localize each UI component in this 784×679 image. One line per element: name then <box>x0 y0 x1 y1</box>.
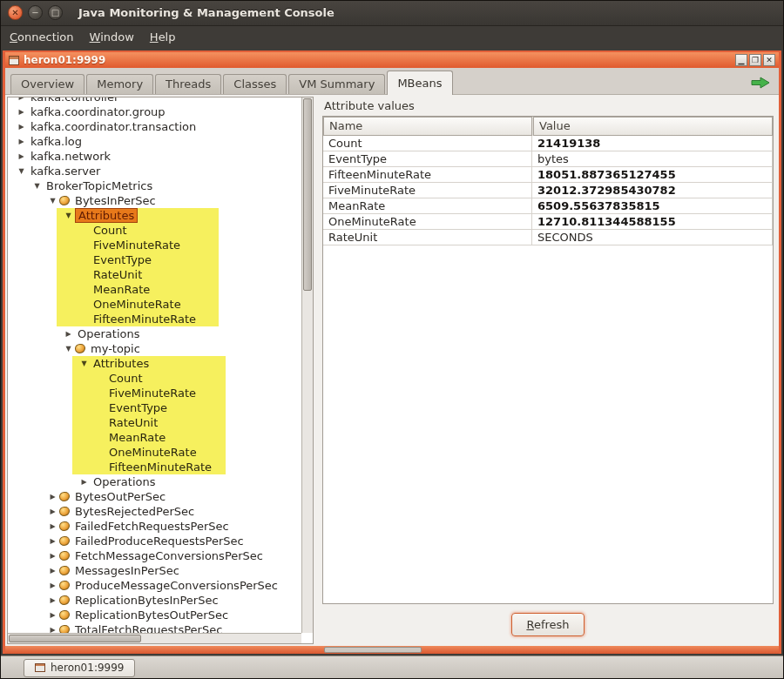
window-close-button[interactable]: ✕ <box>8 5 23 20</box>
tree-item-label: FetchMessageConversionsPerSec <box>72 549 266 562</box>
tree-item-oneminuterate[interactable]: OneMinuteRate <box>8 297 301 312</box>
tree-item-replicationbytesoutpersec[interactable]: ▶ReplicationBytesOutPerSec <box>8 608 301 622</box>
tab-memory[interactable]: Memory <box>86 74 153 94</box>
attribute-row-count[interactable]: Count21419138 <box>323 136 773 151</box>
attribute-row-meanrate[interactable]: MeanRate6509.55637835815 <box>323 198 773 214</box>
tree-item-label: RateUnit <box>91 268 145 281</box>
menu-window[interactable]: Window <box>82 28 142 46</box>
tree-item-fiveminuterate[interactable]: FiveMinuteRate <box>8 386 301 400</box>
connection-task-button[interactable]: heron01:9999 <box>24 659 135 677</box>
tree-item-bytesinpersec[interactable]: ▼BytesInPerSec <box>8 193 301 208</box>
expander-closed-icon[interactable]: ▶ <box>15 108 28 116</box>
frame-minimize-button[interactable]: ▁ <box>735 54 747 66</box>
expander-closed-icon[interactable]: ▶ <box>46 493 59 501</box>
tree-item-kafka-coordinator-group[interactable]: ▶kafka.coordinator.group <box>8 104 301 119</box>
bottom-scrollbar-thumb[interactable] <box>324 647 422 653</box>
tree-item-replicationbytesinpersec[interactable]: ▶ReplicationBytesInPerSec <box>8 593 301 608</box>
tree-item-fifteenminuterate[interactable]: FifteenMinuteRate <box>8 312 301 326</box>
tree-item-brokertopicmetrics[interactable]: ▼BrokerTopicMetrics <box>8 178 301 193</box>
mbean-icon <box>59 551 70 561</box>
column-header-value[interactable]: Value <box>533 117 773 136</box>
tree-item-fetchmessageconversionspersec[interactable]: ▶FetchMessageConversionsPerSec <box>8 548 301 563</box>
window-maximize-button[interactable]: □ <box>48 5 63 20</box>
attribute-row-eventtype[interactable]: EventTypebytes <box>323 151 773 167</box>
vertical-scrollbar-thumb[interactable] <box>303 98 312 291</box>
tree-item-count[interactable]: Count <box>8 223 301 238</box>
tree-item-bytesrejectedpersec[interactable]: ▶BytesRejectedPerSec <box>8 504 301 519</box>
tree-item-rateunit[interactable]: RateUnit <box>8 267 301 282</box>
tree-item-oneminuterate[interactable]: OneMinuteRate <box>8 445 301 460</box>
expander-open-icon[interactable]: ▼ <box>46 197 59 205</box>
tree-item-meanrate[interactable]: MeanRate <box>8 430 301 445</box>
tree-item-attributes[interactable]: ▼Attributes <box>8 208 301 223</box>
tab-threads[interactable]: Threads <box>155 74 221 94</box>
tree-item-kafka-log[interactable]: ▶kafka.log <box>8 134 301 149</box>
menu-help[interactable]: Help <box>142 28 184 46</box>
tree-item-kafka-coordinator-transaction[interactable]: ▶kafka.coordinator.transaction <box>8 119 301 134</box>
tree-item-rateunit[interactable]: RateUnit <box>8 415 301 430</box>
tree-item-eventtype[interactable]: EventType <box>8 400 301 415</box>
expander-closed-icon[interactable]: ▶ <box>15 138 28 145</box>
frame-maximize-button[interactable]: ❐ <box>749 54 761 66</box>
expander-closed-icon[interactable]: ▶ <box>15 97 28 101</box>
expander-open-icon[interactable]: ▼ <box>30 182 44 190</box>
tree-item-operations[interactable]: ▶Operations <box>8 474 301 489</box>
expander-open-icon[interactable]: ▼ <box>62 345 75 353</box>
tree-item-label: BrokerTopicMetrics <box>44 179 155 192</box>
tree-item-label: Count <box>91 224 130 237</box>
tree-item-bytesoutpersec[interactable]: ▶BytesOutPerSec <box>8 489 301 504</box>
tree-item-label: MeanRate <box>106 431 168 444</box>
expander-open-icon[interactable]: ▼ <box>15 167 28 175</box>
expander-closed-icon[interactable]: ▶ <box>46 522 59 530</box>
tree-item-label: Attributes <box>91 357 152 370</box>
tree-item-producemessageconversionspersec[interactable]: ▶ProduceMessageConversionsPerSec <box>8 578 301 593</box>
tree-item-operations[interactable]: ▶Operations <box>8 326 301 341</box>
expander-closed-icon[interactable]: ▶ <box>62 330 75 338</box>
tree-item-messagesinpersec[interactable]: ▶MessagesInPerSec <box>8 563 301 578</box>
tree-item-failedproducerequestspersec[interactable]: ▶FailedProduceRequestsPerSec <box>8 534 301 548</box>
expander-closed-icon[interactable]: ▶ <box>46 567 59 575</box>
frame-close-button[interactable]: ✕ <box>763 54 775 66</box>
tab-mbeans[interactable]: MBeans <box>387 71 452 95</box>
tree-item-attributes[interactable]: ▼Attributes <box>8 356 301 371</box>
tree-item-eventtype[interactable]: EventType <box>8 252 301 267</box>
expander-closed-icon[interactable]: ▶ <box>46 582 59 589</box>
column-header-name[interactable]: Name <box>323 117 532 136</box>
expander-open-icon[interactable]: ▼ <box>62 212 75 219</box>
window-minimize-button[interactable]: − <box>28 5 43 20</box>
attribute-row-oneminuterate[interactable]: OneMinuteRate12710.811344588155 <box>323 214 773 230</box>
attribute-row-fiveminuterate[interactable]: FiveMinuteRate32012.372985430782 <box>323 183 773 198</box>
tree-item-kafka-controller[interactable]: ▶kafka.controller <box>8 97 301 104</box>
menu-connection[interactable]: Connection <box>2 28 82 46</box>
frame-titlebar[interactable]: heron01:9999 ▁ ❐ ✕ <box>5 52 779 68</box>
attributes-table: NameValue Count21419138EventTypebytesFif… <box>322 116 774 604</box>
tree-item-meanrate[interactable]: MeanRate <box>8 282 301 297</box>
expander-closed-icon[interactable]: ▶ <box>46 537 59 545</box>
vertical-scrollbar[interactable] <box>301 97 313 633</box>
tree-item-my-topic[interactable]: ▼my-topic <box>8 341 301 356</box>
expander-closed-icon[interactable]: ▶ <box>78 478 91 486</box>
tree-item-failedfetchrequestspersec[interactable]: ▶FailedFetchRequestsPerSec <box>8 519 301 534</box>
expander-closed-icon[interactable]: ▶ <box>46 611 59 619</box>
tab-vm-summary[interactable]: VM Summary <box>288 74 385 94</box>
tree-item-count[interactable]: Count <box>8 371 301 386</box>
horizontal-scrollbar-thumb[interactable] <box>9 635 141 642</box>
tab-classes[interactable]: Classes <box>223 74 287 94</box>
attribute-row-rateunit[interactable]: RateUnitSECONDS <box>323 230 773 245</box>
expander-closed-icon[interactable]: ▶ <box>46 596 59 604</box>
tab-overview[interactable]: Overview <box>10 74 84 94</box>
expander-closed-icon[interactable]: ▶ <box>46 508 59 515</box>
tree-item-label: ReplicationBytesOutPerSec <box>72 608 231 622</box>
attribute-row-fifteenminuterate[interactable]: FifteenMinuteRate18051.887365127455 <box>323 167 773 183</box>
expander-closed-icon[interactable]: ▶ <box>46 552 59 560</box>
expander-open-icon[interactable]: ▼ <box>78 360 91 367</box>
expander-closed-icon[interactable]: ▶ <box>15 152 28 160</box>
tree-item-label: FailedProduceRequestsPerSec <box>72 534 247 548</box>
expander-closed-icon[interactable]: ▶ <box>15 123 28 131</box>
horizontal-scrollbar[interactable] <box>8 633 301 643</box>
tree-item-fifteenminuterate[interactable]: FifteenMinuteRate <box>8 460 301 474</box>
tree-item-kafka-network[interactable]: ▶kafka.network <box>8 149 301 164</box>
tree-item-fiveminuterate[interactable]: FiveMinuteRate <box>8 238 301 252</box>
refresh-button[interactable]: Refresh <box>511 613 584 636</box>
tree-item-kafka-server[interactable]: ▼kafka.server <box>8 164 301 178</box>
